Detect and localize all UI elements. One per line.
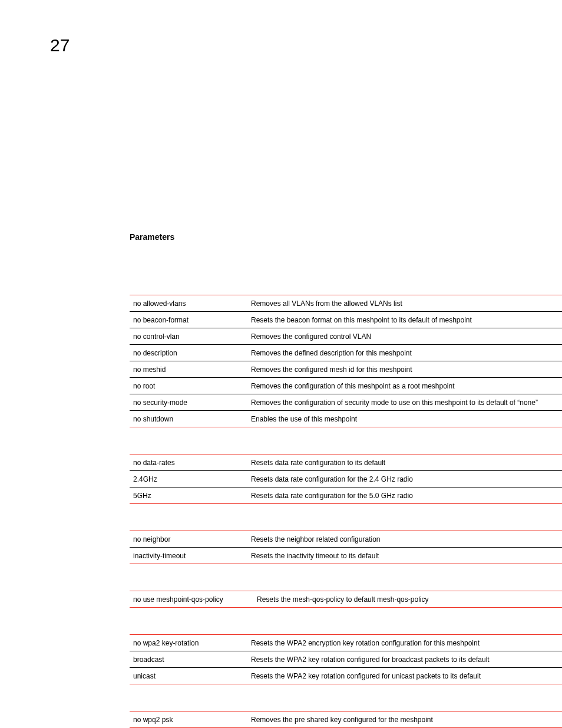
table-row: unicastResets the WPA2 key rotation conf… [130,668,562,684]
table-row: no shutdownEnables the use of this meshp… [130,411,562,427]
parameter-description: Removes the pre shared key configured fo… [251,711,562,728]
parameter-name: no wpa2 key-rotation [130,635,251,651]
table-row: no rootRemoves the configuration of this… [130,378,562,394]
table-row: no neighborResets the neighbor related c… [130,531,562,548]
parameter-description: Removes the configured mesh id for this … [251,361,562,378]
parameter-name: no meshid [130,361,251,378]
table-row: no allowed-vlansRemoves all VLANs from t… [130,295,562,312]
table-row: no control-vlanRemoves the configured co… [130,328,562,345]
parameter-name: broadcast [130,651,251,668]
table-row: broadcastResets the WPA2 key rotation co… [130,651,562,668]
parameter-description: Resets data rate configuration to its de… [251,454,562,471]
parameter-description: Removes the configured control VLAN [251,328,562,345]
table-row: 5GHzResets data rate configuration for t… [130,487,562,504]
parameters-table: no use meshpoint-qos-policyResets the me… [130,591,562,608]
parameter-description: Resets data rate configuration for the 5… [251,487,562,504]
parameter-name: no allowed-vlans [130,295,251,312]
parameter-description: Enables the use of this meshpoint [251,411,562,427]
parameter-name: no use meshpoint-qos-policy [130,591,257,608]
parameter-name: inactivity-timeout [130,548,251,564]
parameters-table: no allowed-vlansRemoves all VLANs from t… [130,295,562,427]
parameter-description: Resets the inactivity timeout to its def… [251,548,562,564]
parameters-table: no wpq2 pskRemoves the pre shared key co… [130,711,562,728]
parameters-table: no neighborResets the neighbor related c… [130,531,562,564]
table-row: 2.4GHzResets data rate configuration for… [130,471,562,487]
parameter-description: Removes the configuration of this meshpo… [251,378,562,394]
parameter-description: Resets the neighbor related configuratio… [251,531,562,548]
parameter-name: no wpq2 psk [130,711,251,728]
table-row: no meshidRemoves the configured mesh id … [130,361,562,378]
parameter-name: unicast [130,668,251,684]
parameter-description: Resets the WPA2 key rotation configured … [251,668,562,684]
parameter-description: Resets the WPA2 encryption key rotation … [251,635,562,651]
table-row: inactivity-timeoutResets the inactivity … [130,548,562,564]
parameter-description: Resets the beacon format on this meshpoi… [251,312,562,328]
table-row: no descriptionRemoves the defined descri… [130,345,562,361]
table-row: no security-modeRemoves the configuratio… [130,394,562,411]
parameter-name: no description [130,345,251,361]
parameter-description: Removes the defined description for this… [251,345,562,361]
parameter-name: no shutdown [130,411,251,427]
parameter-name: no neighbor [130,531,251,548]
table-row: no data-ratesResets data rate configurat… [130,454,562,471]
parameter-description: Resets the WPA2 key rotation configured … [251,651,562,668]
table-row: no wpa2 key-rotationResets the WPA2 encr… [130,635,562,651]
tables-container: no allowed-vlansRemoves all VLANs from t… [130,295,512,728]
page-body: Parameters no allowed-vlansRemoves all V… [50,55,512,728]
parameter-name: 5GHz [130,487,251,504]
parameter-name: no control-vlan [130,328,251,345]
table-row: no wpq2 pskRemoves the pre shared key co… [130,711,562,728]
table-row: no use meshpoint-qos-policyResets the me… [130,591,562,608]
parameter-description: Removes the configuration of security mo… [251,394,562,411]
parameters-table: no data-ratesResets data rate configurat… [130,454,562,504]
parameter-description: Removes all VLANs from the allowed VLANs… [251,295,562,312]
parameters-table: no wpa2 key-rotationResets the WPA2 encr… [130,634,562,684]
parameter-name: no beacon-format [130,312,251,328]
parameter-description: Resets data rate configuration for the 2… [251,471,562,487]
parameter-name: no root [130,378,251,394]
table-row: no beacon-formatResets the beacon format… [130,312,562,328]
parameter-description: Resets the mesh-qos-policy to default me… [257,591,562,608]
chapter-number: 27 [50,35,512,55]
parameter-name: no security-mode [130,394,251,411]
parameter-name: 2.4GHz [130,471,251,487]
parameter-name: no data-rates [130,454,251,471]
parameters-heading: Parameters [130,232,512,242]
